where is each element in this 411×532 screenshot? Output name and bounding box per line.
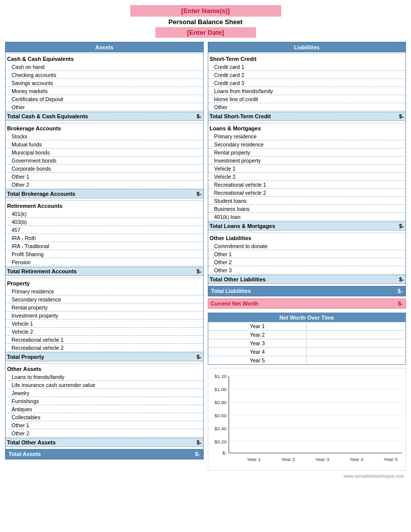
cash-equivalents-section: Cash & Cash Equivalents Cash on hand Che… bbox=[6, 53, 203, 121]
list-item: Pension bbox=[6, 258, 203, 266]
header: [Enter Name(s)] Personal Balance Sheet [… bbox=[5, 5, 406, 38]
brokerage-label: Brokerage Accounts bbox=[6, 123, 203, 132]
list-item: Credit card 1 bbox=[208, 63, 406, 71]
nwot-header: Net Worth Over Time bbox=[208, 313, 406, 322]
header-date[interactable]: [Enter Date] bbox=[155, 27, 256, 38]
nwot-row-3: Year 3 bbox=[208, 339, 406, 348]
nwot-row-1: Year 1 bbox=[208, 322, 406, 331]
list-item: Business loans bbox=[208, 205, 406, 213]
header-name[interactable]: [Enter Name(s)] bbox=[130, 5, 281, 17]
list-item: Investment property bbox=[6, 312, 203, 320]
other-assets-label: Other Assets bbox=[6, 363, 203, 373]
list-item: Secondary residence bbox=[208, 140, 406, 148]
nwot-year-1: Year 1 bbox=[208, 322, 307, 330]
list-item: Checking accounts bbox=[6, 71, 203, 79]
list-item: Profit Sharing bbox=[6, 250, 203, 258]
list-item: Corporate bonds bbox=[6, 165, 203, 173]
retirement-label: Retirement Accounts bbox=[6, 200, 203, 210]
short-term-credit-label: Short-Term Credit bbox=[208, 53, 406, 63]
list-item: Government bonds bbox=[6, 157, 203, 165]
list-item: IRA - Traditional bbox=[6, 242, 203, 250]
list-item: Other 2 bbox=[208, 258, 406, 266]
total-property-row: Total Property $- bbox=[6, 352, 203, 361]
list-item: Certificates of Deposit bbox=[6, 95, 203, 103]
short-term-credit-section: Short-Term Credit Credit card 1 Credit c… bbox=[208, 53, 406, 121]
loans-mortgages-label: Loans & Mortgages bbox=[208, 123, 406, 132]
current-net-worth-row: Current Net Worth $- bbox=[208, 298, 406, 309]
total-other-assets-row: Total Other Assets $- bbox=[6, 438, 203, 447]
list-item: Municipal bonds bbox=[6, 148, 203, 157]
list-item: Home line of credit bbox=[208, 95, 406, 103]
assets-header: Assets bbox=[6, 42, 203, 52]
total-brokerage-row: Total Brokerage Accounts $- bbox=[6, 189, 203, 198]
list-item: Other 2 bbox=[6, 181, 203, 189]
list-item: Credit card 3 bbox=[208, 79, 406, 87]
nwot-value-2 bbox=[307, 331, 405, 339]
list-item: IRA - Roth bbox=[6, 234, 203, 242]
list-item: Credit card 2 bbox=[208, 71, 406, 79]
list-item: Vehicle 1 bbox=[6, 320, 203, 328]
list-item: Primary residence bbox=[208, 132, 406, 140]
list-item: Money markets bbox=[6, 87, 203, 95]
total-liabilities-row: Total Liabilities $- bbox=[208, 286, 406, 296]
list-item: Secondary residence bbox=[6, 295, 203, 303]
svg-text:$-: $- bbox=[222, 450, 226, 455]
list-item: Recreational vehicle 2 bbox=[6, 344, 203, 352]
website-label: www.spreadsheetshoppe.com bbox=[344, 474, 404, 479]
list-item: Other bbox=[208, 103, 406, 111]
list-item: Recreational vehicle 1 bbox=[208, 181, 406, 189]
nwot-row-2: Year 2 bbox=[208, 331, 406, 339]
svg-text:$0.20: $0.20 bbox=[214, 439, 227, 444]
list-item: Mutual funds bbox=[6, 140, 203, 148]
svg-text:$0.60: $0.60 bbox=[214, 413, 227, 418]
svg-text:Year 4: Year 4 bbox=[349, 457, 363, 462]
list-item: Cash on hand bbox=[6, 63, 203, 71]
list-item: Collectables bbox=[6, 413, 203, 421]
total-loans-row: Total Loans & Mortgages $- bbox=[208, 221, 406, 231]
other-liabilities-label: Other Liabilities bbox=[208, 233, 406, 242]
total-other-liabilities-row: Total Other Liabilities $- bbox=[208, 275, 406, 284]
list-item: Vehicle 2 bbox=[6, 328, 203, 336]
list-item: Life insurance cash surrender value bbox=[6, 381, 203, 389]
list-item: Antiques bbox=[6, 405, 203, 413]
svg-text:Year 5: Year 5 bbox=[383, 457, 397, 462]
list-item: Loans from friends/family bbox=[208, 87, 406, 95]
svg-text:$1.20: $1.20 bbox=[214, 373, 227, 379]
net-worth-over-time-section: Net Worth Over Time Year 1 Year 2 Year 3… bbox=[208, 313, 406, 365]
list-item: Other bbox=[6, 103, 203, 111]
brokerage-section: Brokerage Accounts Stocks Mutual funds M… bbox=[6, 123, 203, 198]
svg-text:Year 1: Year 1 bbox=[246, 457, 261, 462]
website-footer: www.spreadsheetshoppe.com bbox=[5, 474, 406, 479]
total-assets-row: Total Assets $- bbox=[6, 449, 203, 459]
list-item: Other 3 bbox=[208, 266, 406, 274]
nwot-year-4: Year 4 bbox=[208, 348, 307, 356]
nwot-year-3: Year 3 bbox=[208, 339, 307, 347]
bar-chart: $1.20 $1.00 $0.80 $0.60 $0.40 $0.20 $- Y… bbox=[209, 370, 405, 468]
other-liabilities-section: Other Liabilities Commitment to donate O… bbox=[208, 233, 406, 284]
nwot-year-5: Year 5 bbox=[208, 356, 307, 364]
list-item: Commitment to donate bbox=[208, 242, 406, 250]
list-item: 401(k) bbox=[6, 210, 203, 218]
list-item: Rental property bbox=[6, 303, 203, 312]
list-item: Furnishings bbox=[6, 397, 203, 405]
svg-text:$0.40: $0.40 bbox=[214, 426, 227, 431]
assets-column: Assets Cash & Cash Equivalents Cash on h… bbox=[5, 42, 204, 471]
list-item: Other 1 bbox=[6, 421, 203, 429]
nwot-value-4 bbox=[307, 348, 405, 356]
loans-mortgages-section: Loans & Mortgages Primary residence Seco… bbox=[208, 123, 406, 231]
retirement-section: Retirement Accounts 401(k) 403(b) 457 IR… bbox=[6, 200, 203, 276]
nwot-value-5 bbox=[307, 356, 405, 364]
list-item: Loans to friends/family bbox=[6, 373, 203, 381]
list-item: Other 1 bbox=[208, 250, 406, 258]
svg-text:$1.00: $1.00 bbox=[214, 387, 227, 392]
liabilities-header: Liabilities bbox=[208, 42, 406, 52]
svg-text:Year 3: Year 3 bbox=[315, 457, 329, 462]
list-item: Other 2 bbox=[6, 429, 203, 437]
nwot-row-5: Year 5 bbox=[208, 356, 406, 364]
property-section: Property Primary residence Secondary res… bbox=[6, 278, 203, 361]
property-label: Property bbox=[6, 278, 203, 287]
list-item: Recreational vehicle 1 bbox=[6, 336, 203, 344]
list-item: Rental property bbox=[208, 148, 406, 157]
nwot-year-2: Year 2 bbox=[208, 331, 307, 339]
list-item: 457 bbox=[6, 226, 203, 234]
